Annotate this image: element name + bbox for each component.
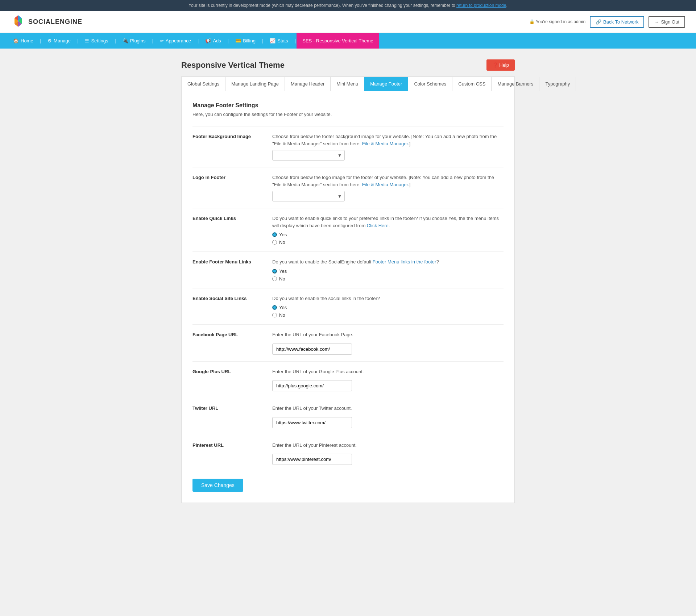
control-enable-footer-menu-links: Do you want to enable the SocialEngine d… (272, 258, 504, 282)
nav-item-plugins[interactable]: 🔌 Plugins (117, 33, 152, 49)
manage-icon: ⚙ (47, 38, 52, 43)
radio-quick-links-yes-input[interactable] (272, 232, 277, 237)
control-facebook-url: Enter the URL of your Facebook Page. (272, 331, 504, 355)
radio-quick-links-no[interactable]: No (272, 240, 504, 245)
nav-item-manage[interactable]: ⚙ Manage (42, 33, 76, 49)
nav-item-billing[interactable]: 💳 Billing (229, 33, 261, 49)
footer-menu-link[interactable]: Footer Menu links in the footer (373, 259, 436, 265)
file-media-link-2[interactable]: File & Media Manager (362, 182, 408, 187)
main-card: Manage Footer Settings Here, you can con… (181, 91, 515, 503)
row-twitter-url: Twiiter URL Enter the URL of your Twitte… (192, 398, 504, 435)
radio-group-footer-menu: Yes No (272, 269, 504, 282)
tab-manage-landing-page[interactable]: Manage Landing Page (225, 77, 285, 91)
tab-manage-footer[interactable]: Manage Footer (364, 77, 408, 91)
radio-social-no-input[interactable] (272, 313, 277, 317)
home-icon: 🏠 (13, 38, 19, 43)
radio-quick-links-yes[interactable]: Yes (272, 232, 504, 237)
logo-text: SOCIALENGINE (28, 18, 82, 26)
radio-quick-links-no-input[interactable] (272, 240, 277, 245)
row-enable-social-site-links: Enable Social Site Links Do you want to … (192, 288, 504, 325)
control-enable-quick-links: Do you want to enable quick links to you… (272, 215, 504, 245)
page-title: Responsive Vertical Theme (181, 61, 285, 70)
dropdown-wrap-logo: ▼ (272, 191, 345, 201)
tab-manage-banners[interactable]: Manage Banners (492, 77, 539, 91)
desc-google-plus-url: Enter the URL of your Google Plus accoun… (272, 368, 504, 375)
nav-item-ads[interactable]: 📢 Ads (199, 33, 227, 49)
label-logo-in-footer: Logo in Footer (192, 174, 272, 201)
control-enable-social-site-links: Do you want to enable the social links i… (272, 295, 504, 318)
control-logo-in-footer: Choose from below the logo image for the… (272, 174, 504, 201)
radio-footer-menu-yes-input[interactable] (272, 269, 277, 274)
label-facebook-url: Facebook Page URL (192, 331, 272, 355)
facebook-url-input[interactable] (272, 344, 352, 355)
row-logo-in-footer: Logo in Footer Choose from below the log… (192, 167, 504, 208)
file-media-link-1[interactable]: File & Media Manager (362, 141, 408, 146)
nav-item-home[interactable]: 🏠 Home (7, 33, 39, 49)
label-twitter-url: Twiiter URL (192, 405, 272, 428)
logo-area: SOCIALENGINE (11, 14, 82, 29)
radio-social-yes[interactable]: Yes (272, 305, 504, 310)
label-footer-bg-image: Footer Background Image (192, 133, 272, 161)
pinterest-url-input[interactable] (272, 454, 352, 465)
socialengine-logo-icon (11, 14, 25, 29)
nav-item-appearance[interactable]: ✏ Appearance (154, 33, 197, 49)
row-facebook-url: Facebook Page URL Enter the URL of your … (192, 324, 504, 361)
save-changes-button[interactable]: Save Changes (192, 479, 243, 492)
billing-icon: 💳 (235, 38, 241, 43)
nav-item-stats[interactable]: 📈 Stats (264, 33, 294, 49)
appearance-icon: ✏ (160, 38, 164, 43)
label-enable-quick-links: Enable Quick Links (192, 215, 272, 245)
twitter-url-input[interactable] (272, 417, 352, 428)
logo-in-footer-select[interactable] (272, 191, 345, 201)
desc-logo-in-footer: Choose from below the logo image for the… (272, 174, 504, 188)
tab-typography[interactable]: Typography (539, 77, 576, 91)
section-title: Manage Footer Settings (192, 102, 504, 109)
desc-pinterest-url: Enter the URL of your Pinterest account. (272, 442, 504, 449)
tab-color-schemes[interactable]: Color Schemes (408, 77, 452, 91)
control-footer-bg-image: Choose from below the footer background … (272, 133, 504, 161)
back-to-network-button[interactable]: 🔗 Back To Network (590, 16, 644, 28)
plugins-icon: 🔌 (123, 38, 128, 43)
tab-mini-menu[interactable]: Mini Menu (331, 77, 364, 91)
radio-footer-menu-yes[interactable]: Yes (272, 269, 504, 274)
nav-item-theme[interactable]: SES - Responsive Vertical Theme (297, 33, 379, 49)
dropdown-wrap-bg: ▼ (272, 150, 345, 161)
tab-custom-css[interactable]: Custom CSS (452, 77, 492, 91)
nav-sep-5: | (197, 38, 199, 43)
help-button[interactable]: ❓ Help (486, 59, 515, 71)
stats-icon: 📈 (270, 38, 276, 43)
desc-facebook-url: Enter the URL of your Facebook Page. (272, 331, 504, 338)
label-google-plus-url: Google Plus URL (192, 368, 272, 392)
radio-group-social: Yes No (272, 305, 504, 318)
settings-icon: ☰ (85, 38, 89, 43)
ads-icon: 📢 (205, 38, 211, 43)
label-enable-social-site-links: Enable Social Site Links (192, 295, 272, 318)
top-header: SOCIALENGINE 🔒 You're signed-in as admin… (0, 11, 696, 33)
click-here-link[interactable]: Click Here (367, 223, 389, 228)
sign-out-button[interactable]: → Sign Out (649, 16, 685, 28)
production-mode-link[interactable]: return to production mode (456, 3, 506, 8)
radio-social-yes-input[interactable] (272, 305, 277, 310)
radio-group-quick-links: Yes No (272, 232, 504, 245)
nav-sep-3: | (114, 38, 116, 43)
radio-social-no[interactable]: No (272, 312, 504, 318)
nav-sep-6: | (227, 38, 229, 43)
header-right: 🔒 You're signed-in as admin 🔗 Back To Ne… (529, 16, 685, 28)
page-header: Responsive Vertical Theme ❓ Help (181, 59, 515, 71)
signed-in-text: 🔒 You're signed-in as admin (529, 19, 585, 24)
desc-enable-quick-links: Do you want to enable quick links to you… (272, 215, 504, 229)
nav-item-settings[interactable]: ☰ Settings (79, 33, 114, 49)
tab-manage-header[interactable]: Manage Header (285, 77, 331, 91)
radio-footer-menu-no[interactable]: No (272, 276, 504, 282)
tab-global-settings[interactable]: Global Settings (182, 77, 225, 91)
nav-sep-7: | (261, 38, 264, 43)
label-enable-footer-menu-links: Enable Footer Menu Links (192, 258, 272, 282)
control-google-plus-url: Enter the URL of your Google Plus accoun… (272, 368, 504, 392)
row-enable-footer-menu-links: Enable Footer Menu Links Do you want to … (192, 251, 504, 288)
footer-bg-image-select[interactable] (272, 150, 345, 161)
nav-bar: 🏠 Home | ⚙ Manage | ☰ Settings | 🔌 Plugi… (0, 33, 696, 49)
radio-footer-menu-no-input[interactable] (272, 276, 277, 281)
control-pinterest-url: Enter the URL of your Pinterest account. (272, 442, 504, 465)
row-enable-quick-links: Enable Quick Links Do you want to enable… (192, 208, 504, 251)
google-plus-url-input[interactable] (272, 380, 352, 391)
